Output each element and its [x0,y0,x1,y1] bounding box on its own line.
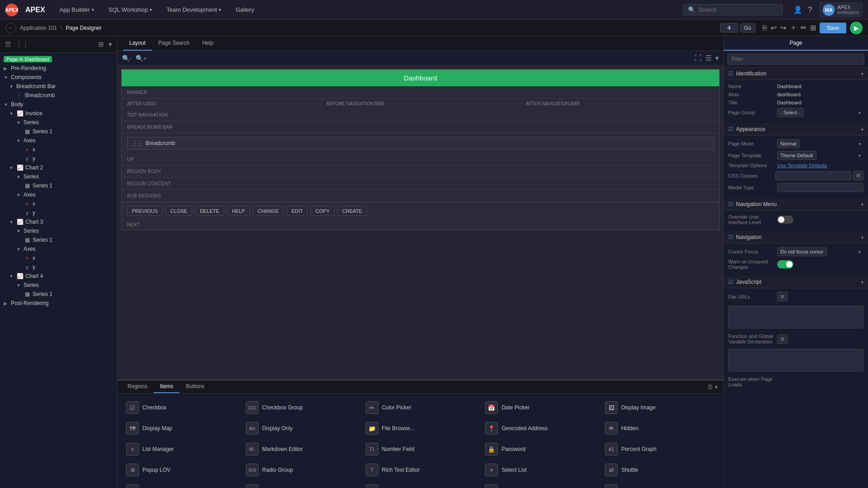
item-rich-text-editor[interactable]: T Rich Text Editor [361,460,481,480]
media-type-input[interactable] [777,183,863,192]
item-display-image[interactable]: 🖼 Display Image [600,397,720,418]
section-navigation[interactable]: ☑ Navigation ▾ [724,231,868,244]
sidebar-item-x-invoice[interactable]: × x [0,145,117,154]
sidebar-item-series1-chart4[interactable]: ▦ Series 1 [0,290,117,299]
filter-input[interactable] [727,54,864,65]
sidebar-item-y-chart2[interactable]: y y [0,208,117,217]
save-button[interactable]: Save [820,23,846,33]
sidebar-item-series-chart2[interactable]: ▼ Series [0,172,117,181]
create-button[interactable]: CREATE [337,206,367,216]
item-list-manager[interactable]: ≡ List Manager [121,439,241,460]
help-button[interactable]: HELP [227,206,250,216]
tab-layout[interactable]: Layout [123,36,152,51]
sidebar-item-chart2[interactable]: ▼ 📈 Chart 2 [0,163,117,172]
help-icon[interactable]: ? [808,6,812,14]
tab-regions[interactable]: Regions [121,380,154,393]
options-icon[interactable]: ▾ [715,54,719,62]
redo-icon[interactable]: ↪ [780,23,786,32]
sidebar-item-body[interactable]: ▼ Body [0,100,117,109]
sidebar-item-breadcrumb-bar[interactable]: ▼ Breadcrumb Bar [0,82,117,91]
item-color-picker[interactable]: ✏ Color Picker [361,397,481,418]
grid-icon[interactable]: ⊞ [810,23,816,32]
item-hidden[interactable]: 👁 Hidden [600,418,720,439]
bottom-list-icon[interactable]: ☰ [708,384,713,390]
item-shuttle[interactable]: ⇄ Shuttle [600,460,720,480]
close-button[interactable]: CLOSE [165,206,192,216]
search-box[interactable]: 🔍 [683,4,783,15]
previous-button[interactable]: PREVIOUS [127,206,163,216]
notifications-icon[interactable]: 👤 [793,5,802,14]
sidebar-item-axes-chart2[interactable]: ▼ Axes [0,190,117,199]
item-file-browse[interactable]: 📁 File Browse... [361,418,481,439]
css-classes-input[interactable] [775,171,851,180]
css-classes-expand-button[interactable]: ⊞ [853,171,863,180]
item-radio-group[interactable]: ⊙⊙ Radio Group [241,460,361,480]
nav-app-builder[interactable]: App Builder ▾ [56,6,98,13]
delete-button[interactable]: DELETE [195,206,224,216]
zoom-in-icon[interactable]: 🔍+ [136,55,147,62]
sidebar-item-series-invoice[interactable]: ▼ Series [0,118,117,127]
sidebar-item-x-chart3[interactable]: × x [0,253,117,263]
sidebar-grid-icon[interactable]: ⋮⋮ [14,39,30,50]
file-urls-expand-button[interactable]: ⊞ [777,292,788,301]
item-text-field-autocomplete[interactable]: A· Text Field with autocomplete [480,480,600,488]
sidebar-list-icon[interactable]: ☰ [4,39,12,50]
undo-icon[interactable]: ↩ [771,23,777,32]
item-number-field[interactable]: T1 Number Field [361,439,481,460]
sidebar-item-series1-invoice[interactable]: ▦ Series 1 [0,127,117,136]
item-switch[interactable]: ⊙ Switch [241,480,361,488]
tab-page-search[interactable]: Page Search [152,36,196,51]
item-markdown-editor[interactable]: M↓ Markdown Editor [241,439,361,460]
item-select-list[interactable]: ≡ Select List [480,460,600,480]
sidebar-item-series1-chart2[interactable]: ▦ Series 1 [0,181,117,190]
app-link[interactable]: Application 101 [20,25,57,31]
sidebar-item-y-chart3[interactable]: y y [0,263,117,272]
sidebar-item-breadcrumb[interactable]: ⋮⋮ Breadcrumb [0,91,117,100]
sidebar-item-chart3[interactable]: ▼ 📈 Chart 3 [0,217,117,226]
page-mode-select[interactable]: Normal [777,139,800,148]
nav-sql-workshop[interactable]: SQL Workshop ▾ [105,6,156,13]
bottom-options-icon[interactable]: ▾ [715,384,718,390]
sidebar-item-components[interactable]: ▼ Components [0,73,117,82]
sidebar-more-icon[interactable]: ▾ [107,39,113,50]
page-group-select[interactable]: - Select - [777,108,804,117]
item-textarea[interactable]: A1 Textarea [600,480,720,488]
right-tab-page[interactable]: Page [724,36,868,51]
item-percent-graph[interactable]: A1 Percent Graph [600,439,720,460]
page-template-select[interactable]: Theme Default [777,151,816,160]
add-icon[interactable]: ＋ [790,23,797,33]
item-popup-lov[interactable]: ⊞ Popup LOV [121,460,241,480]
run-button[interactable]: ▶ [850,22,863,34]
function-textarea[interactable] [728,349,863,371]
item-password[interactable]: 🔒 Password [480,439,600,460]
item-checkbox-group[interactable]: ☑☑ Checkbox Group [241,397,361,418]
nav-team-development[interactable]: Team Development ▾ [163,6,225,13]
item-display-only[interactable]: A≡ Display Only [241,418,361,439]
sidebar-item-x-chart2[interactable]: × x [0,199,117,208]
sidebar-view-icon[interactable]: ⊞ [97,39,105,50]
section-appearance[interactable]: ☑ Appearance ▾ [724,123,868,136]
tab-buttons[interactable]: Buttons [179,380,211,393]
sidebar-item-chart4[interactable]: ▼ 📈 Chart 4 [0,272,117,281]
copy-button[interactable]: COPY [311,206,335,216]
warn-toggle[interactable] [777,260,793,268]
cursor-focus-select[interactable]: Do not focus cursor [777,247,827,256]
expand-icon[interactable]: ⛶ [694,54,702,62]
sidebar-item-invoice[interactable]: ▼ 📈 Invoice [0,109,117,118]
item-display-map[interactable]: 🗺 Display Map [121,418,241,439]
override-toggle[interactable] [777,216,793,224]
back-button[interactable]: ← [5,23,16,33]
section-javascript[interactable]: ☑ JavaScript ▾ [724,276,868,288]
nav-gallery[interactable]: Gallery [232,6,258,13]
item-text-field[interactable]: A1 Text Field [361,480,481,488]
sidebar-page4-badge[interactable]: Page 4: Dashboard [0,55,117,64]
template-options-value[interactable]: Use Template Defaults [777,163,827,168]
tab-help[interactable]: Help [196,36,220,51]
item-date-picker[interactable]: 📅 Date Picker [480,397,600,418]
canvas-breadcrumb-region[interactable]: ⋮⋮ Breadcrumb [127,137,714,150]
sidebar-item-series1-chart3[interactable]: ▦ Series 1 [0,235,117,244]
go-button[interactable]: Go [740,23,755,33]
search-input[interactable] [698,6,778,13]
zoom-out-icon[interactable]: 🔍- [122,55,132,62]
change-button[interactable]: CHANGE [253,206,284,216]
